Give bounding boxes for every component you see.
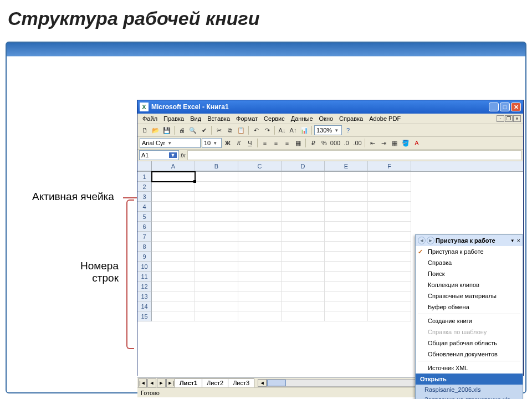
font-name-combo[interactable]: Arial Cyr▼ bbox=[140, 138, 201, 148]
cell[interactable] bbox=[195, 242, 238, 252]
mdi-minimize[interactable]: - bbox=[497, 115, 504, 122]
menu-format[interactable]: Формат bbox=[233, 114, 260, 123]
font-size-combo[interactable]: 10▼ bbox=[202, 138, 222, 148]
cell[interactable] bbox=[282, 252, 325, 262]
row-header[interactable]: 9 bbox=[137, 252, 152, 262]
cell[interactable] bbox=[325, 242, 368, 252]
copy-icon[interactable]: ⧉ bbox=[225, 125, 235, 135]
cell[interactable] bbox=[282, 291, 325, 301]
underline-button[interactable]: Ч bbox=[245, 138, 255, 148]
col-header[interactable]: C bbox=[238, 161, 282, 171]
cell[interactable] bbox=[368, 202, 411, 212]
cell[interactable] bbox=[325, 222, 368, 232]
row-header[interactable]: 3 bbox=[137, 192, 152, 202]
minimize-button[interactable]: _ bbox=[489, 103, 499, 111]
cell[interactable] bbox=[368, 291, 411, 301]
cell[interactable] bbox=[368, 212, 411, 222]
cell[interactable] bbox=[282, 172, 325, 182]
dec-decimal-icon[interactable]: .00 bbox=[352, 138, 362, 148]
font-color-icon[interactable]: A bbox=[412, 138, 422, 148]
cell[interactable] bbox=[152, 212, 195, 222]
cell[interactable] bbox=[368, 272, 411, 282]
chart-icon[interactable]: 📊 bbox=[299, 125, 309, 135]
cell[interactable] bbox=[152, 182, 195, 192]
cell[interactable] bbox=[282, 222, 325, 232]
taskpane-item[interactable]: Обновления документов bbox=[416, 349, 523, 360]
paste-icon[interactable]: 📋 bbox=[236, 125, 246, 135]
cell[interactable] bbox=[368, 222, 411, 232]
col-header[interactable]: F bbox=[368, 161, 411, 171]
fill-color-icon[interactable]: 🪣 bbox=[401, 138, 411, 148]
cell[interactable] bbox=[195, 272, 238, 282]
name-box[interactable]: A1▼ bbox=[139, 150, 179, 160]
cell[interactable] bbox=[195, 182, 238, 192]
menu-data[interactable]: Данные bbox=[288, 114, 316, 123]
align-center-icon[interactable]: ≡ bbox=[271, 138, 281, 148]
mdi-close[interactable]: × bbox=[513, 115, 521, 122]
cell[interactable] bbox=[325, 282, 368, 291]
taskpane-item[interactable]: Приступая к работе bbox=[416, 246, 523, 257]
cell[interactable] bbox=[152, 242, 195, 252]
menu-edit[interactable]: Правка bbox=[161, 114, 187, 123]
row-header[interactable]: 6 bbox=[137, 222, 152, 232]
menu-insert[interactable]: Вставка bbox=[204, 114, 233, 123]
cell[interactable] bbox=[152, 232, 195, 242]
sheet-tab[interactable]: Лист3 bbox=[228, 378, 254, 387]
cell[interactable] bbox=[282, 272, 325, 282]
cell[interactable] bbox=[325, 212, 368, 222]
cell[interactable] bbox=[368, 172, 411, 182]
open-icon[interactable]: 📂 bbox=[151, 125, 161, 135]
save-icon[interactable]: 💾 bbox=[162, 125, 172, 135]
cell[interactable] bbox=[152, 202, 195, 212]
cell[interactable] bbox=[152, 282, 195, 291]
cut-icon[interactable]: ✂ bbox=[214, 125, 224, 135]
cell[interactable] bbox=[325, 272, 368, 282]
cell[interactable] bbox=[195, 232, 238, 242]
inc-decimal-icon[interactable]: .0 bbox=[341, 138, 351, 148]
cell[interactable] bbox=[325, 262, 368, 272]
cell[interactable] bbox=[195, 192, 238, 202]
cell[interactable] bbox=[195, 311, 238, 321]
recent-file-link[interactable]: Raspisanie_2006.xls bbox=[416, 385, 523, 395]
row-header[interactable]: 11 bbox=[137, 272, 152, 282]
row-header[interactable]: 15 bbox=[137, 311, 152, 321]
active-cell[interactable] bbox=[152, 172, 195, 182]
col-header[interactable]: D bbox=[282, 161, 325, 171]
cell[interactable] bbox=[238, 242, 282, 252]
tab-nav-first-icon[interactable]: |◄ bbox=[138, 378, 147, 387]
cell[interactable] bbox=[152, 192, 195, 202]
taskpane-dropdown-icon[interactable]: ▼ bbox=[510, 238, 515, 243]
cell[interactable] bbox=[368, 192, 411, 202]
indent-dec-icon[interactable]: ⇤ bbox=[367, 138, 377, 148]
cell[interactable] bbox=[325, 192, 368, 202]
help-icon[interactable]: ? bbox=[343, 125, 353, 135]
col-header[interactable]: A bbox=[152, 161, 195, 171]
row-header[interactable]: 2 bbox=[137, 182, 152, 192]
cell[interactable] bbox=[368, 232, 411, 242]
cell[interactable] bbox=[325, 301, 368, 311]
cell[interactable] bbox=[238, 202, 282, 212]
cell[interactable] bbox=[195, 202, 238, 212]
maximize-button[interactable]: □ bbox=[500, 103, 510, 111]
cell[interactable] bbox=[152, 272, 195, 282]
cell[interactable] bbox=[195, 282, 238, 291]
cell[interactable] bbox=[238, 222, 282, 232]
cell[interactable] bbox=[152, 301, 195, 311]
cell[interactable] bbox=[195, 291, 238, 301]
cell[interactable] bbox=[238, 311, 282, 321]
cell[interactable] bbox=[368, 282, 411, 291]
row-header[interactable]: 14 bbox=[137, 301, 152, 311]
menu-adobe[interactable]: Adobe PDF bbox=[366, 114, 403, 123]
cell[interactable] bbox=[238, 291, 282, 301]
align-left-icon[interactable]: ≡ bbox=[260, 138, 270, 148]
currency-icon[interactable]: ₽ bbox=[308, 138, 318, 148]
taskpane-item[interactable]: Справка bbox=[416, 257, 523, 268]
cell[interactable] bbox=[282, 232, 325, 242]
cell[interactable] bbox=[325, 232, 368, 242]
cell[interactable] bbox=[282, 262, 325, 272]
cell[interactable] bbox=[238, 192, 282, 202]
menu-help[interactable]: Справка bbox=[336, 114, 366, 123]
close-button[interactable]: ✕ bbox=[511, 103, 521, 111]
cell[interactable] bbox=[195, 252, 238, 262]
new-icon[interactable]: 🗋 bbox=[140, 125, 150, 135]
